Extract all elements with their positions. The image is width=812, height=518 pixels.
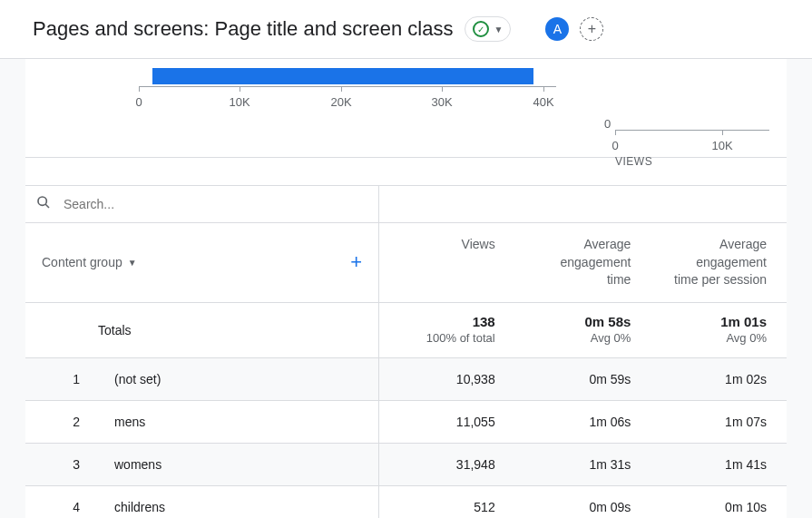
metric-aet: 0m 09s: [515, 486, 651, 518]
report-card: 0 10K 20K 30K 40K 0 0 10K VIEWS C: [25, 59, 787, 518]
row-number: 1: [62, 372, 80, 386]
metric-header-aets[interactable]: Average engagement time per session: [651, 223, 787, 302]
dimension-value: (not set): [114, 372, 161, 386]
dimension-label: Content group: [42, 255, 122, 269]
dimension-value: childrens: [114, 500, 165, 514]
totals-row: Totals 138 100% of total 0m 58s Avg 0% 1…: [25, 303, 787, 358]
add-dimension-button[interactable]: +: [350, 250, 362, 274]
tick-label: 0: [135, 95, 142, 109]
totals-aets: 1m 01s: [670, 314, 767, 329]
metric-aet: 1m 06s: [515, 401, 651, 443]
charts-area: 0 10K 20K 30K 40K 0 0 10K VIEWS: [25, 66, 787, 158]
dimension-selector[interactable]: Content group ▼: [42, 255, 137, 269]
dimension-value: womens: [114, 457, 161, 472]
svg-point-0: [38, 197, 46, 205]
metric-views: 11,055: [379, 401, 515, 443]
dimension-cell: 2 mens: [25, 401, 379, 443]
totals-views-sub: 100% of total: [399, 331, 495, 345]
bar: [152, 68, 533, 84]
caret-down-icon: ▼: [494, 24, 504, 34]
dimension-value: mens: [114, 415, 145, 429]
metric-views: 512: [379, 486, 515, 518]
svg-line-1: [45, 204, 49, 208]
row-number: 4: [62, 500, 80, 514]
table-row[interactable]: 4 childrens 512 0m 09s 0m 10s: [25, 486, 787, 518]
table-header-row: Content group ▼ + Views Average engageme…: [25, 223, 787, 303]
metric-header-aet[interactable]: Average engagement time: [515, 223, 651, 302]
metric-aet: 0m 59s: [515, 358, 651, 400]
totals-aet: 0m 58s: [535, 314, 631, 329]
dimension-cell: 3 womens: [25, 444, 379, 485]
totals-label: Totals: [25, 303, 379, 357]
metric-header-views[interactable]: Views: [379, 223, 515, 302]
avatar[interactable]: A: [545, 17, 569, 41]
totals-aet-sub: Avg 0%: [535, 331, 631, 345]
axis-label: VIEWS: [615, 155, 652, 168]
metric-aets: 0m 10s: [651, 486, 787, 518]
bar-chart: 0 10K 20K 30K 40K: [25, 66, 588, 157]
table-row[interactable]: 3 womens 31,948 1m 31s 1m 41s: [25, 444, 787, 486]
caret-down-icon: ▼: [128, 258, 137, 268]
tick-label: 30K: [431, 95, 452, 109]
metric-aets: 1m 02s: [651, 358, 787, 400]
totals-aets-sub: Avg 0%: [670, 331, 767, 345]
row-number: 2: [62, 415, 80, 429]
table-row[interactable]: 1 (not set) 10,938 0m 59s 1m 02s: [25, 358, 787, 401]
row-number: 3: [62, 457, 80, 472]
secondary-chart: 0 0 10K VIEWS: [588, 66, 787, 157]
tick-label: 40K: [533, 95, 553, 109]
add-comparison-button[interactable]: +: [580, 17, 603, 41]
search-input[interactable]: [64, 197, 371, 211]
search-row: [25, 185, 787, 223]
status-dropdown[interactable]: ✓ ▼: [465, 16, 512, 42]
metric-aets: 1m 41s: [651, 444, 787, 485]
metric-aet: 1m 31s: [515, 444, 651, 485]
dimension-cell: 1 (not set): [25, 358, 379, 400]
tick-label: 10K: [229, 95, 249, 109]
dimension-cell: 4 childrens: [25, 486, 379, 518]
metric-views: 31,948: [379, 444, 515, 485]
page-header: Pages and screens: Page title and screen…: [0, 0, 812, 59]
tick-label: 10K: [711, 139, 732, 152]
tick-label: 20K: [330, 95, 351, 109]
table-row[interactable]: 2 mens 11,055 1m 06s 1m 07s: [25, 401, 787, 444]
metric-aets: 1m 07s: [651, 401, 787, 443]
search-cell: [25, 186, 379, 222]
search-icon: [36, 195, 51, 213]
y-zero-label: 0: [604, 117, 611, 131]
check-icon: ✓: [473, 21, 489, 37]
tick-label: 0: [611, 139, 618, 152]
page-title: Pages and screens: Page title and screen…: [33, 17, 454, 41]
totals-views: 138: [399, 314, 495, 329]
dimension-header: Content group ▼ +: [25, 223, 379, 302]
metric-views: 10,938: [379, 358, 515, 400]
